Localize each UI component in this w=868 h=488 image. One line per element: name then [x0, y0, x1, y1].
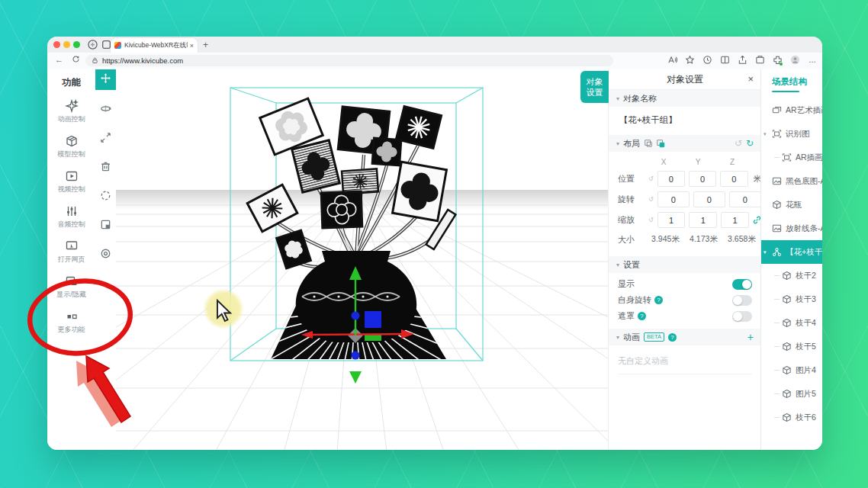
object-settings-tab[interactable]: 对象设置 [580, 71, 609, 103]
zoom-traffic-light[interactable] [73, 41, 80, 48]
back-icon[interactable]: ← [55, 55, 63, 64]
tab-close-icon[interactable]: × [190, 42, 194, 50]
object-name-section-header[interactable]: ▾ 对象名称 [609, 90, 761, 107]
group-icon [772, 247, 782, 257]
undo-icon[interactable]: ↺ [735, 138, 742, 149]
object-settings-panel: 对象设置 对象设置 × ▾ 对象名称 【花+枝干组】 ▾ 布局 ↺ ↻ [608, 69, 761, 450]
sidebar-item-showhide[interactable]: 显示/隐藏 [47, 274, 95, 300]
rotation-y-input[interactable]: 0 [693, 191, 725, 207]
tab-strip: Kivicube-WebXR在线制作平台 × + [47, 37, 822, 53]
chevron-down-icon: ▾ [764, 131, 767, 137]
collections-icon[interactable] [754, 55, 765, 66]
scale-tool-button[interactable] [95, 129, 116, 149]
browser-tab[interactable]: Kivicube-WebXR在线制作平台 × [111, 38, 198, 53]
help-icon[interactable]: ? [654, 296, 663, 304]
copy-icon[interactable] [644, 139, 653, 148]
audio-icon [65, 204, 79, 218]
sidebar-item-model[interactable]: 模型控制 [47, 134, 95, 159]
cube-icon [782, 365, 792, 375]
favorite-star-icon[interactable] [684, 55, 695, 66]
video-icon [65, 169, 79, 183]
sidebar-item-sparkle[interactable]: 动画控制 [47, 99, 95, 124]
axis-header-row: XYZ [648, 158, 761, 166]
position-z-input[interactable]: 0 [720, 171, 747, 187]
toggle-switch[interactable] [732, 295, 752, 306]
scene-item-识别图[interactable]: ▾识别图 [761, 122, 822, 146]
settings-section-header[interactable]: ▾ 设置 [609, 256, 761, 273]
workspaces-icon[interactable] [87, 39, 98, 50]
cube-icon [782, 342, 792, 352]
more-menu-icon[interactable]: … [807, 55, 818, 66]
toggle-switch[interactable] [732, 279, 752, 290]
focus-tool-button[interactable] [95, 187, 116, 207]
size-z: 3.658米 [725, 234, 759, 246]
position-x-input[interactable]: 0 [657, 171, 685, 187]
reset-icon[interactable]: ↺ [648, 196, 654, 203]
extensions-icon[interactable] [772, 55, 783, 66]
add-animation-button[interactable]: + [747, 331, 754, 343]
sidebar-item-video[interactable]: 视频控制 [47, 169, 95, 194]
scene-item-枝干2[interactable]: 枝干2 [761, 264, 822, 287]
scene-item-黑色底图-A[interactable]: 黑色底图-A [761, 169, 822, 193]
scale-y-input[interactable]: 1 [689, 212, 717, 228]
snapshot-tool-button[interactable] [95, 216, 116, 236]
rotation-z-input[interactable]: 0 [729, 191, 761, 207]
panel-close-icon[interactable]: × [747, 69, 754, 89]
reset-icon[interactable]: ↺ [648, 175, 654, 182]
animation-section-header[interactable]: ▾ 动画 BETA ? + [609, 329, 761, 345]
scene-structure-title: 场景结构 [761, 69, 822, 91]
read-aloud-icon[interactable] [667, 55, 677, 66]
lock-icon [92, 57, 98, 64]
position-y-input[interactable]: 0 [689, 171, 716, 187]
app-content: 功能 动画控制模型控制视频控制音频控制打开网页显示/隐藏更多功能 [47, 69, 822, 450]
cube-icon [782, 271, 792, 281]
history-icon[interactable] [702, 55, 712, 66]
minimize-traffic-light[interactable] [63, 41, 70, 48]
redo-icon[interactable]: ↻ [746, 138, 754, 149]
scene-item-枝干3[interactable]: 枝干3 [761, 287, 822, 311]
help-icon[interactable]: ? [638, 312, 646, 320]
snapshot-icon [100, 219, 111, 233]
rotation-x-input[interactable]: 0 [657, 191, 690, 207]
reload-icon[interactable] [72, 55, 80, 65]
scene-item-AR艺术插画[interactable]: AR艺术插画 [761, 98, 822, 122]
close-traffic-light[interactable] [53, 41, 60, 48]
gizmo-z-handle[interactable] [352, 352, 360, 360]
sidebar-item-more[interactable]: 更多功能 [47, 310, 95, 335]
toggle-switch[interactable] [732, 311, 752, 322]
gizmo-plane-handle[interactable] [365, 311, 381, 328]
sidebar-item-webpage[interactable]: 打开网页 [47, 239, 95, 265]
rotate-tool-button[interactable] [95, 100, 116, 120]
split-screen-icon[interactable] [719, 55, 730, 66]
scene-item-枝干4[interactable]: 枝干4 [761, 311, 822, 335]
delete-tool-button[interactable] [95, 158, 116, 178]
scale-z-input[interactable]: 1 [721, 212, 749, 228]
scene-item-图片4[interactable]: 图片4 [761, 358, 822, 382]
move-tool-button[interactable] [95, 69, 116, 90]
sidebar-item-audio[interactable]: 音频控制 [47, 204, 95, 230]
chevron-down-icon: ▾ [616, 95, 619, 102]
new-tab-button[interactable]: + [203, 40, 208, 50]
profile-avatar[interactable] [789, 55, 800, 66]
address-bar[interactable]: https://www.kivicube.com [85, 55, 613, 66]
scene-item-放射线条-A[interactable]: 放射线条-A [761, 217, 822, 240]
help-icon[interactable]: ? [668, 333, 677, 342]
scene-item-枝干5[interactable]: 枝干5 [761, 335, 822, 358]
reset-icon[interactable]: ↺ [648, 217, 654, 223]
scene-item-图片5[interactable]: 图片5 [761, 382, 822, 406]
move-icon [100, 72, 111, 87]
paste-icon[interactable] [656, 139, 665, 148]
target-tool-button[interactable] [95, 245, 116, 265]
target-icon [100, 248, 111, 262]
scene-item-【花+枝干组[interactable]: ▾【花+枝干组 [761, 240, 822, 264]
object-name-value[interactable]: 【花+枝干组】 [609, 107, 761, 135]
scene-item-花瓶[interactable]: 花瓶 [761, 193, 822, 217]
cube-icon [782, 318, 792, 328]
scene-item-AR插画-2[interactable]: AR插画-2 [761, 146, 822, 169]
delete-icon [100, 161, 111, 175]
scene-item-枝干6[interactable]: 枝干6 [761, 406, 822, 429]
share-icon[interactable] [737, 55, 747, 66]
scale-x-input[interactable]: 1 [657, 212, 686, 228]
layout-section-header[interactable]: ▾ 布局 ↺ ↻ [609, 135, 761, 152]
viewport-canvas[interactable] [116, 69, 608, 450]
